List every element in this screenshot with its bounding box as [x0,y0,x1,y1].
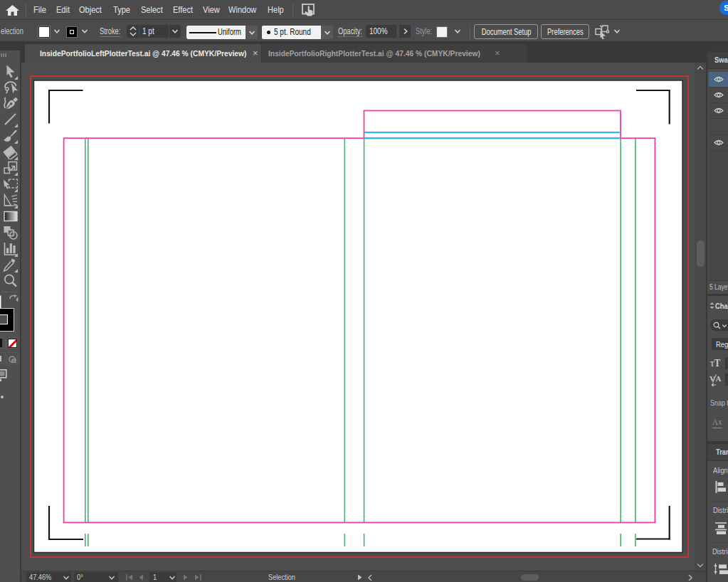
preferences-button[interactable]: Preferences [541,24,589,39]
document-tab-active[interactable]: InsidePortfolioLeftPlotterTest.ai @ 47.4… [25,44,261,63]
status-text: Selection [268,572,295,582]
artboard-chevron-icon[interactable] [169,574,176,581]
vertical-scroll-thumb[interactable] [697,240,705,267]
next-artboard-icon[interactable] [183,574,189,581]
stroke-stepper[interactable] [127,25,139,38]
home-icon[interactable] [6,5,19,16]
tab-close-icon[interactable]: × [495,44,500,63]
fill-swatch[interactable] [38,26,50,38]
document-tab-bar: InsidePortfolioLeftPlotterTest.ai @ 47.4… [21,42,706,63]
distribute-vertical-center-icon[interactable] [714,522,727,534]
paintbrush-tool[interactable] [1,128,20,144]
swap-fill-stroke-icon[interactable] [9,295,19,303]
line-segment-tool[interactable] [1,112,20,127]
prev-artboard-icon[interactable] [138,574,144,581]
panel-tab-swatches[interactable]: Swat [714,55,728,64]
vertical-scrollbar[interactable] [695,63,706,571]
gradient-tool[interactable] [1,208,20,224]
menu-object[interactable]: Object [79,0,102,20]
font-style-field[interactable]: Regu [712,338,728,350]
none-button[interactable] [8,339,17,348]
artboard-tool[interactable] [1,176,20,192]
visibility-eye-icon[interactable] [714,92,724,98]
character-panel-header[interactable]: Cha [715,302,728,310]
select-similar-chevron-icon[interactable] [613,28,621,35]
toolbar-grip[interactable] [1,53,8,57]
zoom-chevron-icon[interactable] [63,574,70,581]
rotation-chevron-icon[interactable] [108,574,115,581]
menu-view[interactable]: View [203,0,220,20]
brush-combo[interactable]: 5 pt. Round [262,26,333,39]
stroke-color-proxy[interactable] [0,308,14,332]
canvas[interactable] [22,63,695,571]
scroll-up-icon[interactable] [697,65,704,70]
status-menu-icon[interactable] [357,574,363,581]
menu-edit[interactable]: Edit [56,0,70,20]
horizontal-scroll-thumb[interactable] [521,574,539,581]
document-tab-inactive[interactable]: InsidePortfolioRightPlotterTest.ai @ 47.… [262,44,527,63]
scroll-down-icon[interactable] [697,563,704,568]
style-chevron-icon[interactable] [454,28,461,35]
layer-row[interactable] [709,103,728,119]
perspective-grid-tool[interactable] [1,193,20,208]
font-size-field[interactable] [725,357,728,369]
hscroll-right-icon[interactable] [687,574,693,581]
document-setup-button[interactable]: Document Setup [474,24,538,39]
toolbar-more-dot[interactable] [1,396,4,398]
stroke-swatch-chevron-icon[interactable] [81,28,88,35]
pencil-tool[interactable] [1,257,20,273]
select-similar-icon[interactable] [595,25,609,39]
layer-row[interactable] [709,135,728,151]
stroke-weight-field[interactable]: 1 pt [139,25,169,38]
opacity-field[interactable]: 100% [366,25,396,38]
shape-builder-tool[interactable] [1,225,20,240]
tab-close-icon[interactable]: × [253,44,258,63]
column-graph-tool[interactable] [1,241,20,257]
menu-effect[interactable]: Effect [173,0,193,20]
fill-swatch-chevron-icon[interactable] [53,28,60,35]
layer-row[interactable] [709,120,728,135]
kerning-field[interactable] [725,374,728,386]
zoom-tool[interactable] [1,273,20,289]
visibility-eye-icon[interactable] [714,107,724,114]
distribute-spacing-icon[interactable] [714,564,728,574]
visibility-eye-icon[interactable] [714,139,724,146]
screen-mode-icon[interactable] [0,369,7,382]
layer-row[interactable] [709,72,728,88]
menu-file[interactable]: File [33,0,46,20]
menu-window[interactable]: Window [228,0,256,20]
width-profile-combo[interactable]: Uniform [186,26,258,39]
visibility-eye-icon[interactable] [714,76,724,83]
avatar[interactable]: S [719,1,728,15]
font-search-field[interactable] [710,319,728,331]
menu-select[interactable]: Select [141,0,163,20]
draw-normal-icon[interactable] [0,356,1,361]
glyph-snap-button[interactable]: Ax [712,416,722,428]
align-left-icon[interactable] [715,481,726,493]
hscroll-left-icon[interactable] [367,574,373,581]
color-button[interactable] [0,339,2,347]
style-swatch[interactable] [436,26,448,38]
direct-selection-tool[interactable] [1,80,20,95]
selection-tool[interactable] [1,64,20,80]
menu-help[interactable]: Help [268,0,284,20]
transform-panel-header[interactable]: Tran [716,448,728,456]
eraser-tool[interactable] [1,144,20,160]
stroke-label[interactable]: Stroke: [100,21,120,42]
opacity-expand-button[interactable] [399,25,411,38]
stroke-weight-dropdown[interactable] [169,25,181,38]
font-style-value: Regu [716,340,728,349]
draw-behind-icon[interactable] [9,356,16,363]
pen-tool[interactable] [1,96,20,112]
panel-collapse-icon[interactable] [709,302,714,309]
opacity-label[interactable]: Opacity: [338,21,362,42]
touch-workspace-icon[interactable] [302,4,315,17]
flyout-indicator [14,269,18,273]
scale-tool[interactable] [1,160,20,176]
last-artboard-icon[interactable] [194,574,202,581]
menu-type[interactable]: Type [113,0,130,20]
first-artboard-icon[interactable] [125,574,134,581]
layer-row[interactable] [709,88,728,103]
stroke-swatch[interactable] [66,26,78,38]
snap-label: Snap t [710,398,728,407]
